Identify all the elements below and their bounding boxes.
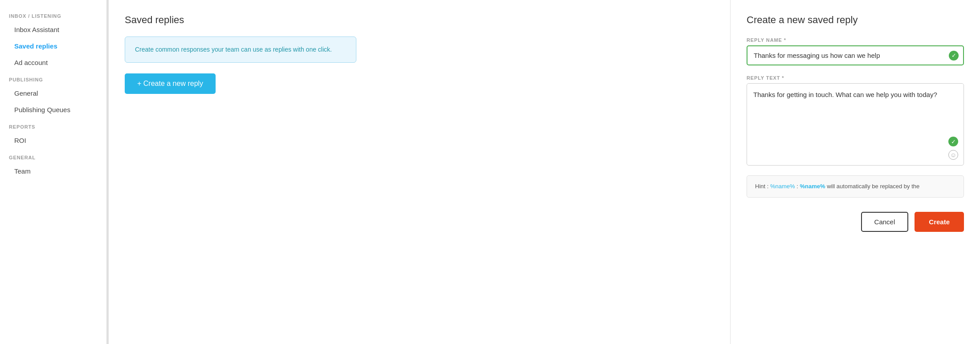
main-panel: Saved replies Create common responses yo… <box>109 0 731 344</box>
sidebar: INBOX / LISTENINGInbox AssistantSaved re… <box>0 0 107 344</box>
sidebar-item-general[interactable]: General <box>0 85 106 101</box>
form-title: Create a new saved reply <box>747 14 964 26</box>
hint-text: will automatically be replaced by the <box>827 183 919 190</box>
sidebar-item-publishing-queues[interactable]: Publishing Queues <box>0 101 106 118</box>
sidebar-section-label: GENERAL <box>0 149 106 163</box>
hint-var-bold: %name% <box>800 183 825 190</box>
sidebar-item-saved-replies[interactable]: Saved replies <box>0 38 106 54</box>
emoji-icon[interactable]: ☺ <box>948 150 958 160</box>
sidebar-item-ad-account[interactable]: Ad account <box>0 54 106 71</box>
page-title: Saved replies <box>125 14 714 26</box>
create-button[interactable]: Create <box>915 212 964 232</box>
reply-name-label: REPLY NAME * <box>747 37 964 43</box>
form-footer: Cancel Create <box>747 208 964 232</box>
sidebar-section-label: REPORTS <box>0 118 106 132</box>
reply-text-input[interactable] <box>747 84 964 164</box>
sidebar-section-label: PUBLISHING <box>0 71 106 85</box>
reply-name-group: REPLY NAME * ✓ <box>747 37 964 65</box>
sidebar-section-label: INBOX / LISTENING <box>0 7 106 21</box>
sidebar-item-inbox-assistant[interactable]: Inbox Assistant <box>0 21 106 38</box>
textarea-check-icon: ✓ <box>948 137 958 146</box>
create-new-reply-button[interactable]: + Create a new reply <box>125 73 216 94</box>
reply-name-input-wrapper: ✓ <box>747 45 964 65</box>
textarea-icons: ✓ ☺ <box>948 137 958 160</box>
hint-var: %name% <box>770 183 795 190</box>
reply-text-wrapper: ✓ ☺ <box>747 83 964 166</box>
cancel-button[interactable]: Cancel <box>861 212 909 232</box>
hint-label: Hint : <box>755 183 768 190</box>
reply-name-input[interactable] <box>747 45 964 65</box>
reply-text-label: REPLY TEXT * <box>747 75 964 81</box>
form-panel: Create a new saved reply REPLY NAME * ✓ … <box>731 0 980 344</box>
reply-text-group: REPLY TEXT * ✓ ☺ <box>747 75 964 166</box>
sidebar-item-roi[interactable]: ROI <box>0 132 106 149</box>
hint-box: Hint : %name% : %name% will automaticall… <box>747 175 964 198</box>
info-text: Create common responses your team can us… <box>135 46 332 53</box>
reply-name-check-icon: ✓ <box>949 51 959 61</box>
info-box: Create common responses your team can us… <box>125 36 356 63</box>
sidebar-item-team[interactable]: Team <box>0 163 106 179</box>
